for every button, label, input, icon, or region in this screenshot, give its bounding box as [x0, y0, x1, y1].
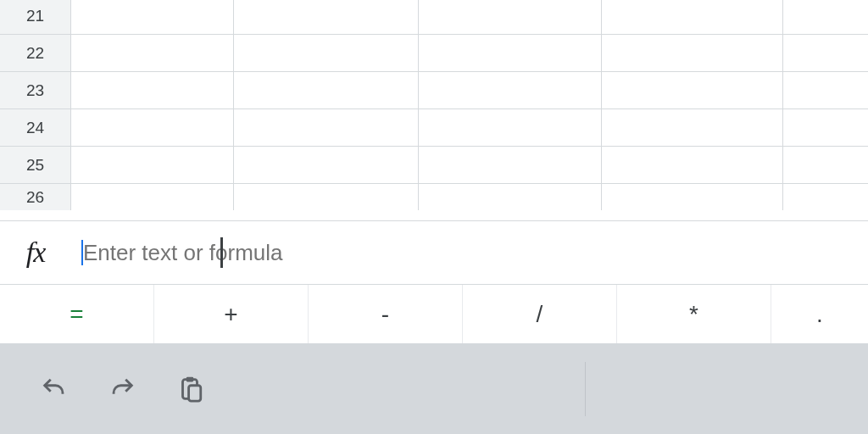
text-cursor — [220, 237, 223, 268]
svg-rect-1 — [186, 376, 194, 381]
formula-input[interactable] — [81, 239, 868, 267]
cell[interactable] — [234, 0, 419, 34]
cell[interactable] — [234, 108, 419, 146]
operator-minus-button[interactable]: - — [309, 285, 463, 343]
cell[interactable] — [71, 71, 234, 108]
paste-button[interactable] — [168, 367, 212, 411]
cell[interactable] — [419, 183, 602, 210]
row[interactable]: 22 — [0, 34, 868, 71]
row[interactable]: 21 — [0, 0, 868, 34]
operator-dot-button[interactable]: . — [771, 285, 868, 343]
row[interactable]: 24 — [0, 108, 868, 146]
row-header[interactable]: 22 — [0, 34, 71, 71]
operator-plus-button[interactable]: + — [154, 285, 309, 343]
cell[interactable] — [71, 146, 234, 183]
fx-label: fx — [0, 236, 71, 269]
cell[interactable] — [783, 34, 868, 71]
redo-button[interactable] — [100, 367, 144, 411]
operator-equals-button[interactable]: = — [0, 285, 154, 343]
cell[interactable] — [234, 34, 419, 71]
paste-icon — [175, 375, 204, 403]
row[interactable]: 26 — [0, 183, 868, 210]
cell[interactable] — [419, 71, 602, 108]
cell[interactable] — [783, 108, 868, 146]
cell[interactable] — [783, 183, 868, 210]
cell[interactable] — [419, 108, 602, 146]
row-header[interactable]: 23 — [0, 71, 71, 108]
cell[interactable] — [602, 0, 783, 34]
undo-icon — [40, 375, 69, 403]
cell[interactable] — [602, 146, 783, 183]
cell[interactable] — [783, 146, 868, 183]
row-header[interactable]: 21 — [0, 0, 71, 34]
cell[interactable] — [234, 146, 419, 183]
cell[interactable] — [419, 0, 602, 34]
cell[interactable] — [783, 71, 868, 108]
cell[interactable] — [602, 71, 783, 108]
operator-multiply-button[interactable]: * — [617, 285, 771, 343]
cell[interactable] — [71, 0, 234, 34]
bottom-toolbar — [0, 343, 868, 434]
cell[interactable] — [234, 71, 419, 108]
row[interactable]: 25 — [0, 146, 868, 183]
formula-bar: fx — [0, 220, 868, 284]
cell[interactable] — [71, 34, 234, 71]
toolbar-divider — [585, 362, 586, 416]
selection-caret — [81, 240, 83, 265]
formula-input-wrap[interactable] — [71, 221, 868, 284]
operator-divide-button[interactable]: / — [463, 285, 617, 343]
row-header[interactable]: 25 — [0, 146, 71, 183]
redo-icon — [108, 375, 136, 403]
cell[interactable] — [602, 34, 783, 71]
cell[interactable] — [602, 108, 783, 146]
row-header[interactable]: 24 — [0, 108, 71, 146]
svg-rect-2 — [189, 385, 201, 400]
row[interactable]: 23 — [0, 71, 868, 108]
cell[interactable] — [602, 183, 783, 210]
row-header[interactable]: 26 — [0, 183, 71, 210]
cell[interactable] — [419, 34, 602, 71]
undo-button[interactable] — [32, 367, 76, 411]
cell[interactable] — [71, 108, 234, 146]
operator-row: = + - / * . — [0, 284, 868, 343]
spreadsheet-grid[interactable]: 21 22 23 24 — [0, 0, 868, 210]
cell[interactable] — [71, 183, 234, 210]
cell[interactable] — [419, 146, 602, 183]
cell[interactable] — [783, 0, 868, 34]
cell[interactable] — [234, 183, 419, 210]
